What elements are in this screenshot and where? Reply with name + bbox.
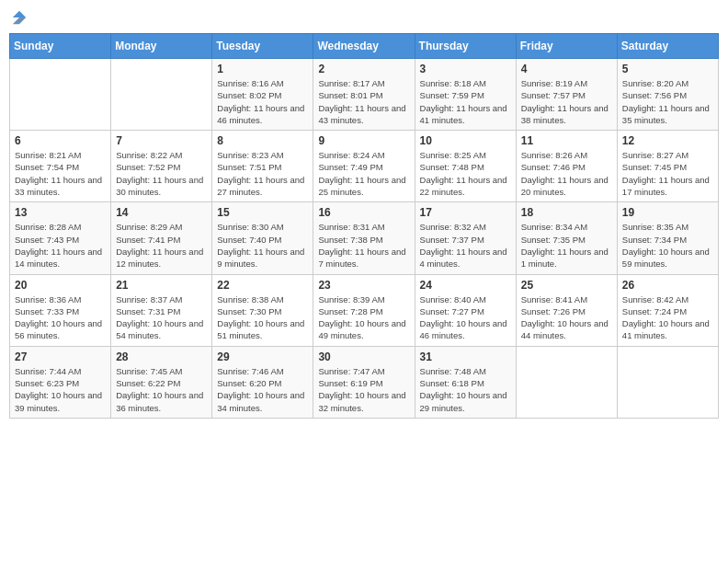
day-number: 21 <box>116 279 207 292</box>
header-monday: Monday <box>111 34 212 59</box>
calendar-cell: 1Sunrise: 8:16 AM Sunset: 8:02 PM Daylig… <box>212 59 313 131</box>
calendar-cell: 31Sunrise: 7:48 AM Sunset: 6:18 PM Dayli… <box>415 346 516 418</box>
calendar-cell: 17Sunrise: 8:32 AM Sunset: 7:37 PM Dayli… <box>415 202 516 274</box>
day-detail: Sunrise: 8:41 AM Sunset: 7:26 PM Dayligh… <box>521 293 612 342</box>
day-number: 4 <box>521 63 612 75</box>
calendar-cell: 18Sunrise: 8:34 AM Sunset: 7:35 PM Dayli… <box>516 202 617 274</box>
calendar-cell: 29Sunrise: 7:46 AM Sunset: 6:20 PM Dayli… <box>212 346 313 418</box>
day-detail: Sunrise: 8:40 AM Sunset: 7:27 PM Dayligh… <box>420 293 511 342</box>
day-number: 10 <box>420 134 511 147</box>
day-number: 18 <box>521 206 612 219</box>
calendar-cell: 25Sunrise: 8:41 AM Sunset: 7:26 PM Dayli… <box>516 274 617 346</box>
day-number: 11 <box>521 134 612 147</box>
calendar-week-row: 6Sunrise: 8:21 AM Sunset: 7:54 PM Daylig… <box>10 131 719 202</box>
calendar-cell: 6Sunrise: 8:21 AM Sunset: 7:54 PM Daylig… <box>10 131 111 202</box>
day-detail: Sunrise: 8:19 AM Sunset: 7:57 PM Dayligh… <box>521 77 612 126</box>
day-detail: Sunrise: 8:27 AM Sunset: 7:45 PM Dayligh… <box>622 149 713 198</box>
day-detail: Sunrise: 7:47 AM Sunset: 6:19 PM Dayligh… <box>318 365 409 414</box>
calendar-cell: 13Sunrise: 8:28 AM Sunset: 7:43 PM Dayli… <box>10 202 111 274</box>
day-detail: Sunrise: 7:46 AM Sunset: 6:20 PM Dayligh… <box>217 365 308 414</box>
day-detail: Sunrise: 8:26 AM Sunset: 7:46 PM Dayligh… <box>521 149 612 198</box>
calendar-cell: 5Sunrise: 8:20 AM Sunset: 7:56 PM Daylig… <box>617 59 718 131</box>
day-number: 19 <box>622 206 713 219</box>
calendar-cell: 22Sunrise: 8:38 AM Sunset: 7:30 PM Dayli… <box>212 274 313 346</box>
header-friday: Friday <box>516 34 617 59</box>
calendar-cell: 15Sunrise: 8:30 AM Sunset: 7:40 PM Dayli… <box>212 202 313 274</box>
day-number: 23 <box>318 279 409 292</box>
calendar-cell: 24Sunrise: 8:40 AM Sunset: 7:27 PM Dayli… <box>415 274 516 346</box>
day-detail: Sunrise: 8:16 AM Sunset: 8:02 PM Dayligh… <box>217 77 308 126</box>
day-number: 1 <box>217 63 308 75</box>
day-number: 25 <box>521 279 612 292</box>
day-number: 22 <box>217 279 308 292</box>
header-thursday: Thursday <box>415 34 516 59</box>
day-detail: Sunrise: 8:30 AM Sunset: 7:40 PM Dayligh… <box>217 221 308 270</box>
day-detail: Sunrise: 8:25 AM Sunset: 7:48 PM Dayligh… <box>420 149 511 198</box>
calendar-cell: 9Sunrise: 8:24 AM Sunset: 7:49 PM Daylig… <box>313 131 415 202</box>
calendar-cell: 30Sunrise: 7:47 AM Sunset: 6:19 PM Dayli… <box>313 346 415 418</box>
day-detail: Sunrise: 8:21 AM Sunset: 7:54 PM Dayligh… <box>15 149 106 198</box>
svg-marker-0 <box>13 11 26 17</box>
calendar-cell: 12Sunrise: 8:27 AM Sunset: 7:45 PM Dayli… <box>617 131 718 202</box>
calendar-table: SundayMondayTuesdayWednesdayThursdayFrid… <box>9 33 719 419</box>
day-detail: Sunrise: 8:38 AM Sunset: 7:30 PM Dayligh… <box>217 293 308 342</box>
calendar-cell: 20Sunrise: 8:36 AM Sunset: 7:33 PM Dayli… <box>10 274 111 346</box>
header-tuesday: Tuesday <box>212 34 313 59</box>
calendar-cell: 28Sunrise: 7:45 AM Sunset: 6:22 PM Dayli… <box>111 346 212 418</box>
header-wednesday: Wednesday <box>313 34 415 59</box>
day-number: 14 <box>116 206 207 219</box>
day-number: 15 <box>217 206 308 219</box>
logo-icon <box>11 9 28 26</box>
day-detail: Sunrise: 8:42 AM Sunset: 7:24 PM Dayligh… <box>622 293 713 342</box>
day-detail: Sunrise: 8:20 AM Sunset: 7:56 PM Dayligh… <box>622 77 713 126</box>
day-detail: Sunrise: 8:37 AM Sunset: 7:31 PM Dayligh… <box>116 293 207 342</box>
svg-marker-1 <box>13 17 26 24</box>
calendar-cell: 14Sunrise: 8:29 AM Sunset: 7:41 PM Dayli… <box>111 202 212 274</box>
day-detail: Sunrise: 8:22 AM Sunset: 7:52 PM Dayligh… <box>116 149 207 198</box>
day-number: 31 <box>420 350 511 363</box>
calendar-cell: 27Sunrise: 7:44 AM Sunset: 6:23 PM Dayli… <box>10 346 111 418</box>
calendar-cell: 19Sunrise: 8:35 AM Sunset: 7:34 PM Dayli… <box>617 202 718 274</box>
calendar-cell: 7Sunrise: 8:22 AM Sunset: 7:52 PM Daylig… <box>111 131 212 202</box>
day-number: 20 <box>15 279 106 292</box>
day-detail: Sunrise: 8:35 AM Sunset: 7:34 PM Dayligh… <box>622 221 713 270</box>
calendar-cell <box>111 59 212 131</box>
calendar-cell: 3Sunrise: 8:18 AM Sunset: 7:59 PM Daylig… <box>415 59 516 131</box>
calendar-cell: 10Sunrise: 8:25 AM Sunset: 7:48 PM Dayli… <box>415 131 516 202</box>
day-number: 2 <box>318 63 409 75</box>
day-number: 24 <box>420 279 511 292</box>
calendar-week-row: 13Sunrise: 8:28 AM Sunset: 7:43 PM Dayli… <box>10 202 719 274</box>
day-detail: Sunrise: 8:36 AM Sunset: 7:33 PM Dayligh… <box>15 293 106 342</box>
calendar-week-row: 1Sunrise: 8:16 AM Sunset: 8:02 PM Daylig… <box>10 59 719 131</box>
day-detail: Sunrise: 7:44 AM Sunset: 6:23 PM Dayligh… <box>15 365 106 414</box>
calendar-cell: 23Sunrise: 8:39 AM Sunset: 7:28 PM Dayli… <box>313 274 415 346</box>
calendar-cell <box>617 346 718 418</box>
day-number: 26 <box>622 279 713 292</box>
day-number: 6 <box>15 134 106 147</box>
day-number: 29 <box>217 350 308 363</box>
day-detail: Sunrise: 7:45 AM Sunset: 6:22 PM Dayligh… <box>116 365 207 414</box>
day-detail: Sunrise: 7:48 AM Sunset: 6:18 PM Dayligh… <box>420 365 511 414</box>
calendar-cell: 8Sunrise: 8:23 AM Sunset: 7:51 PM Daylig… <box>212 131 313 202</box>
logo <box>9 9 29 26</box>
calendar-cell: 16Sunrise: 8:31 AM Sunset: 7:38 PM Dayli… <box>313 202 415 274</box>
page-header <box>9 9 719 26</box>
day-number: 9 <box>318 134 409 147</box>
day-number: 3 <box>420 63 511 75</box>
day-number: 30 <box>318 350 409 363</box>
day-number: 27 <box>15 350 106 363</box>
day-detail: Sunrise: 8:17 AM Sunset: 8:01 PM Dayligh… <box>318 77 409 126</box>
day-number: 16 <box>318 206 409 219</box>
day-number: 5 <box>622 63 713 75</box>
day-detail: Sunrise: 8:32 AM Sunset: 7:37 PM Dayligh… <box>420 221 511 270</box>
day-number: 13 <box>15 206 106 219</box>
day-detail: Sunrise: 8:39 AM Sunset: 7:28 PM Dayligh… <box>318 293 409 342</box>
day-number: 7 <box>116 134 207 147</box>
calendar-cell: 4Sunrise: 8:19 AM Sunset: 7:57 PM Daylig… <box>516 59 617 131</box>
day-number: 12 <box>622 134 713 147</box>
day-number: 17 <box>420 206 511 219</box>
calendar-cell: 11Sunrise: 8:26 AM Sunset: 7:46 PM Dayli… <box>516 131 617 202</box>
day-detail: Sunrise: 8:28 AM Sunset: 7:43 PM Dayligh… <box>15 221 106 270</box>
day-number: 28 <box>116 350 207 363</box>
calendar-week-row: 20Sunrise: 8:36 AM Sunset: 7:33 PM Dayli… <box>10 274 719 346</box>
